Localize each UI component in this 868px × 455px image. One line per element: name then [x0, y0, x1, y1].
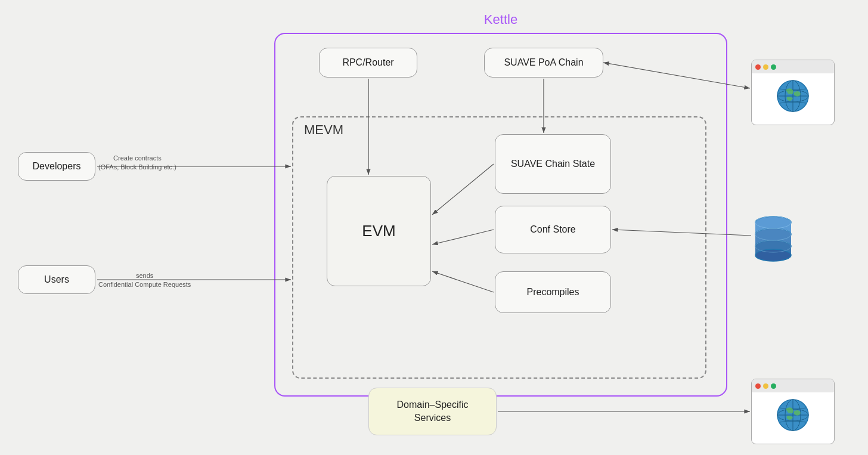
- database-icon: [752, 212, 794, 268]
- domain-services-box: Domain–SpecificServices: [368, 388, 497, 435]
- users-label: Users: [44, 273, 69, 286]
- user-annotation: sends Confidential Compute Requests: [98, 271, 191, 290]
- minimize-dot-br: [763, 383, 768, 389]
- browser-body-top: [752, 73, 834, 119]
- dev-annotation-line2: (OFAs, Block Building etc.): [98, 163, 176, 171]
- dev-annotation-line1: Create contracts: [113, 154, 162, 162]
- developers-box: Developers: [18, 152, 95, 181]
- user-annotation-line1: sends: [136, 272, 153, 279]
- maximize-dot: [771, 64, 776, 70]
- globe-icon-bottom: [775, 397, 811, 433]
- rpc-router-label: RPC/Router: [342, 56, 393, 69]
- conf-store-label: Conf Store: [530, 223, 575, 236]
- close-dot: [755, 64, 761, 70]
- svg-point-16: [755, 249, 791, 261]
- browser-body-bottom: [752, 392, 834, 438]
- mevm-label: MEVM: [304, 122, 343, 138]
- users-box: Users: [18, 265, 95, 294]
- domain-services-label: Domain–SpecificServices: [396, 398, 468, 425]
- evm-box: EVM: [327, 176, 431, 286]
- browser-window-top: [751, 60, 835, 125]
- browser-top-bar: [752, 60, 834, 73]
- user-annotation-line2: Confidential Compute Requests: [98, 281, 191, 288]
- maximize-dot-br: [771, 383, 776, 389]
- browser-window-bottom: [751, 379, 835, 444]
- developers-label: Developers: [33, 160, 81, 173]
- browser-top-bar-bottom: [752, 379, 834, 392]
- chain-state-box: SUAVE Chain State: [495, 134, 611, 194]
- precompiles-label: Precompiles: [526, 286, 579, 299]
- minimize-dot: [763, 64, 768, 70]
- close-dot-br: [755, 383, 761, 389]
- dev-annotation: Create contracts (OFAs, Block Building e…: [98, 154, 176, 172]
- conf-store-box: Conf Store: [495, 206, 611, 253]
- evm-label: EVM: [362, 220, 395, 242]
- suave-poa-box: SUAVE PoA Chain: [484, 48, 603, 78]
- globe-icon-top: [775, 78, 811, 114]
- kettle-label: Kettle: [274, 12, 727, 27]
- suave-poa-label: SUAVE PoA Chain: [504, 56, 583, 69]
- precompiles-box: Precompiles: [495, 271, 611, 313]
- chain-state-label: SUAVE Chain State: [511, 157, 595, 171]
- rpc-router-box: RPC/Router: [319, 48, 417, 78]
